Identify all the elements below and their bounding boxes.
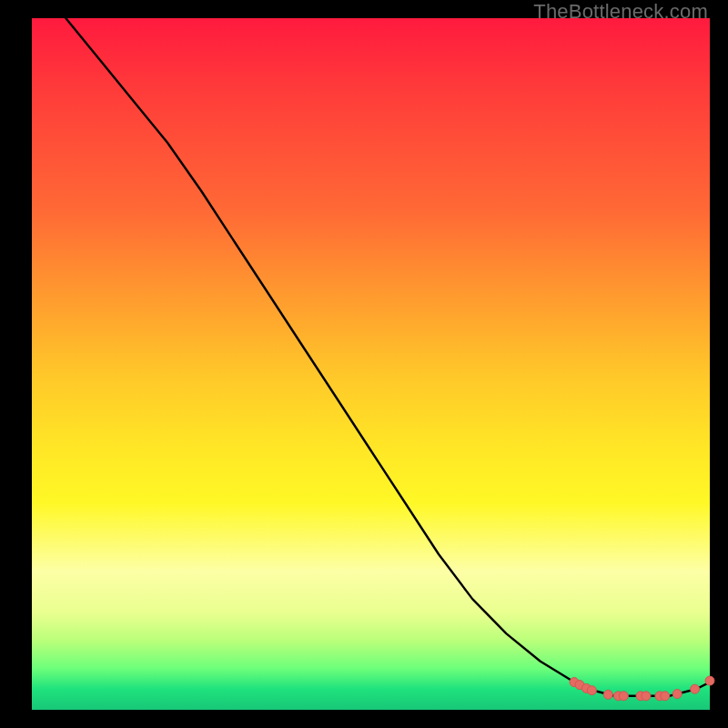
- chart-frame: TheBottleneck.com: [0, 0, 728, 728]
- data-marker: [642, 692, 651, 701]
- data-marker: [603, 690, 612, 699]
- data-marker: [661, 692, 670, 701]
- data-marker: [672, 690, 682, 699]
- chart-overlay: [32, 18, 710, 710]
- marker-group: [570, 676, 714, 701]
- data-marker: [619, 692, 628, 701]
- data-marker: [705, 676, 714, 685]
- data-marker: [691, 684, 700, 693]
- data-marker: [587, 686, 596, 695]
- bottleneck-curve: [66, 18, 710, 696]
